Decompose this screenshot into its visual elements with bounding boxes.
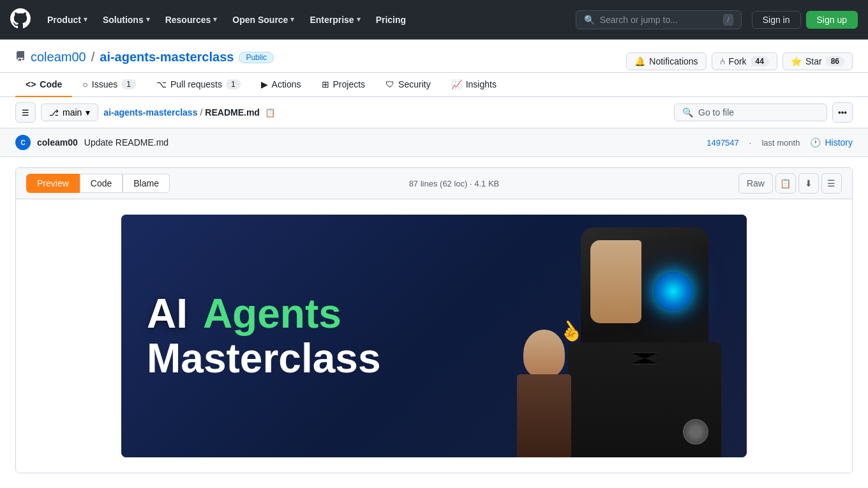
avatar: C bbox=[15, 135, 31, 150]
tab-actions[interactable]: ▶ Actions bbox=[251, 73, 311, 97]
actions-icon: ▶ bbox=[261, 79, 268, 89]
branch-selector[interactable]: ⎇ main ▾ bbox=[41, 103, 98, 121]
download-button[interactable]: ⬇ bbox=[798, 173, 819, 194]
banner-text: AI Agents Masterclass bbox=[121, 215, 504, 457]
notifications-button[interactable]: 🔔 Notifications bbox=[626, 52, 706, 70]
tab-preview[interactable]: Preview bbox=[26, 174, 80, 193]
top-nav: Product ▾ Solutions ▾ Resources ▾ Open S… bbox=[0, 0, 868, 40]
robot-human-face bbox=[590, 240, 641, 323]
repo-header: coleam00 / ai-agents-masterclass Public … bbox=[0, 40, 868, 73]
nav-enterprise[interactable]: Enterprise ▾ bbox=[303, 11, 366, 29]
goto-file-search[interactable]: 🔍 Go to file bbox=[674, 103, 827, 121]
person-figure bbox=[517, 330, 581, 457]
fork-icon: ⑃ bbox=[720, 56, 725, 66]
repo-tabs: <> Code ○ Issues 1 ⌥ Pull requests 1 ▶ A… bbox=[0, 73, 868, 97]
star-button[interactable]: ⭐ Star 86 bbox=[782, 52, 853, 70]
file-viewer-header: Preview Code Blame 87 lines (62 loc) · 4… bbox=[16, 168, 852, 199]
repo-action-buttons: 🔔 Notifications ⑃ Fork 44 ⭐ Star 86 bbox=[626, 52, 853, 70]
search-icon: 🔍 bbox=[682, 107, 693, 118]
sidebar-toggle-button[interactable]: ☰ bbox=[15, 102, 36, 123]
code-icon: <> bbox=[26, 79, 36, 89]
robot-eye bbox=[654, 272, 692, 310]
person-body bbox=[517, 374, 571, 457]
history-icon: 🕐 bbox=[810, 137, 821, 148]
commit-sha[interactable]: 1497547 bbox=[707, 138, 739, 148]
readme-content: AI Agents Masterclass bbox=[16, 199, 852, 473]
pr-icon: ⌥ bbox=[156, 79, 167, 89]
tab-security[interactable]: 🛡 Security bbox=[375, 73, 441, 97]
nav-pricing[interactable]: Pricing bbox=[370, 11, 412, 29]
nav-open-source[interactable]: Open Source ▾ bbox=[226, 11, 301, 29]
commit-author[interactable]: coleam00 bbox=[37, 137, 78, 148]
file-action-buttons: Raw 📋 ⬇ ☰ bbox=[738, 173, 842, 194]
star-icon: ⭐ bbox=[791, 56, 802, 66]
repo-title-area: coleam00 / ai-agents-masterclass Public bbox=[15, 50, 274, 72]
list-view-button[interactable]: ☰ bbox=[821, 173, 842, 194]
github-logo[interactable] bbox=[10, 8, 31, 31]
nav-resources[interactable]: Resources ▾ bbox=[159, 11, 224, 29]
chest-piece bbox=[683, 419, 708, 445]
banner-line3: Masterclass bbox=[147, 336, 479, 381]
file-view-tabs: Preview Code Blame bbox=[26, 174, 170, 193]
commit-info-row: C coleam00 Update README.md 1497547 · la… bbox=[0, 128, 868, 157]
insights-icon: 📈 bbox=[451, 79, 462, 89]
projects-icon: ⊞ bbox=[322, 79, 329, 89]
topnav-auth: Sign in Sign up bbox=[752, 11, 858, 29]
sidebar-icon: ☰ bbox=[22, 108, 29, 118]
repo-visibility-badge: Public bbox=[239, 52, 274, 63]
robot-composite: ☝️ bbox=[517, 215, 747, 457]
tab-issues[interactable]: ○ Issues 1 bbox=[72, 73, 146, 97]
chevron-down-icon: ▾ bbox=[290, 15, 294, 24]
repo-owner-link[interactable]: coleam00 bbox=[31, 50, 86, 65]
commit-message: Update README.md bbox=[84, 137, 168, 148]
readme-banner-image: AI Agents Masterclass bbox=[121, 215, 747, 457]
more-options-button[interactable]: ••• bbox=[832, 102, 853, 123]
tab-projects[interactable]: ⊞ Projects bbox=[311, 73, 376, 97]
search-bar[interactable]: 🔍 Search or jump to... / bbox=[576, 10, 742, 29]
raw-button[interactable]: Raw bbox=[738, 173, 773, 194]
commit-time-text: last month bbox=[761, 138, 800, 148]
tab-insights[interactable]: 📈 Insights bbox=[441, 73, 507, 97]
search-icon: 🔍 bbox=[584, 15, 595, 25]
fork-button[interactable]: ⑃ Fork 44 bbox=[712, 52, 777, 70]
person-head bbox=[523, 330, 565, 377]
ellipsis-icon: ••• bbox=[838, 108, 847, 118]
repo-icon bbox=[15, 51, 26, 63]
commit-left: C coleam00 Update README.md bbox=[15, 135, 168, 150]
file-metadata: 87 lines (62 loc) · 4.1 KB bbox=[409, 179, 500, 188]
tab-pull-requests[interactable]: ⌥ Pull requests 1 bbox=[146, 73, 251, 97]
breadcrumb: ai-agents-masterclass / README.md 📋 bbox=[103, 105, 669, 120]
nav-solutions[interactable]: Solutions ▾ bbox=[96, 11, 156, 29]
copy-path-button[interactable]: 📋 bbox=[262, 105, 278, 120]
nav-product[interactable]: Product ▾ bbox=[41, 11, 94, 29]
signup-button[interactable]: Sign up bbox=[806, 11, 858, 29]
history-button[interactable]: 🕐 History bbox=[810, 137, 853, 148]
chevron-down-icon: ▾ bbox=[86, 107, 90, 118]
chevron-down-icon: ▾ bbox=[84, 15, 87, 24]
repo-name-link[interactable]: ai-agents-masterclass bbox=[100, 50, 234, 65]
signin-button[interactable]: Sign in bbox=[752, 11, 801, 29]
tab-code[interactable]: <> Code bbox=[15, 73, 72, 97]
breadcrumb-file: README.md bbox=[205, 107, 260, 118]
list-icon: ☰ bbox=[827, 178, 835, 188]
chevron-down-icon: ▾ bbox=[213, 15, 217, 24]
banner-robot-area: ☝️ bbox=[504, 215, 747, 457]
issues-icon: ○ bbox=[82, 79, 87, 89]
breadcrumb-repo-link[interactable]: ai-agents-masterclass bbox=[103, 107, 197, 118]
commit-right: 1497547 · last month 🕐 History bbox=[707, 137, 853, 148]
file-nav-bar: ☰ ⎇ main ▾ ai-agents-masterclass / READM… bbox=[0, 97, 868, 128]
banner-line1: AI Agents bbox=[147, 291, 479, 336]
file-viewer: Preview Code Blame 87 lines (62 loc) · 4… bbox=[15, 167, 853, 473]
chevron-down-icon: ▾ bbox=[357, 15, 361, 24]
chevron-down-icon: ▾ bbox=[146, 15, 150, 24]
bowtie bbox=[629, 352, 661, 365]
copy-content-button[interactable]: 📋 bbox=[775, 173, 796, 194]
branch-icon: ⎇ bbox=[49, 108, 59, 118]
topnav-items: Product ▾ Solutions ▾ Resources ▾ Open S… bbox=[41, 11, 576, 29]
robot-body bbox=[568, 342, 721, 457]
copy-icon: 📋 bbox=[780, 178, 791, 188]
download-icon: ⬇ bbox=[805, 178, 812, 188]
tab-code-view[interactable]: Code bbox=[80, 174, 123, 193]
tab-blame[interactable]: Blame bbox=[123, 174, 170, 193]
commit-time: · bbox=[749, 138, 752, 148]
